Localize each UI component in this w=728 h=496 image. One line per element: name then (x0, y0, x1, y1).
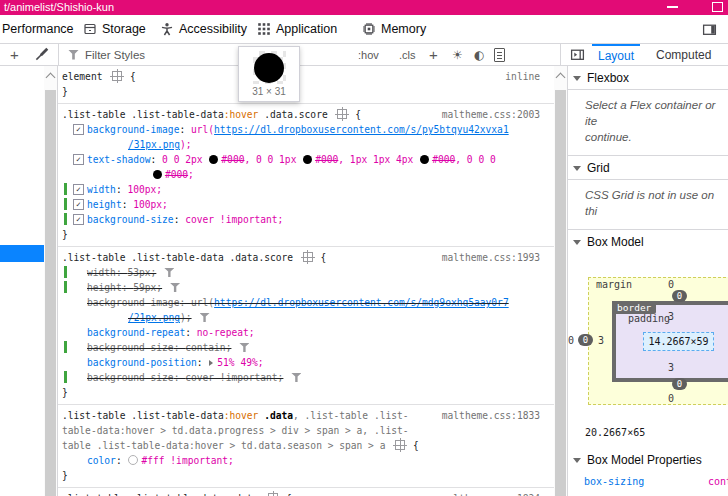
filter-overridden-icon[interactable] (200, 313, 210, 322)
section-box-model[interactable]: Box Model (568, 230, 728, 253)
scroll-up-arrow[interactable] (556, 73, 566, 83)
expand-value-twisty-icon[interactable] (209, 360, 213, 366)
declaration-checkbox[interactable]: ✓ (73, 124, 84, 135)
stylesheet-source-link[interactable]: maltheme.css:1993 (442, 250, 540, 265)
css-declaration[interactable]: background-size: contain; (58, 340, 554, 355)
changed-indicator (64, 371, 67, 383)
css-selector[interactable]: maltheme.css:2003.list-table .list-table… (58, 107, 554, 122)
css-selector[interactable]: table-data:hover > td.data.progress > di… (58, 423, 554, 438)
margin-left-value[interactable]: 0 (567, 335, 577, 346)
css-declaration[interactable]: color: #fff !important; (58, 453, 554, 468)
chevron-down-icon[interactable] (573, 76, 581, 81)
filter-overridden-icon[interactable] (164, 268, 174, 277)
padding-bottom-value[interactable]: 3 (663, 362, 679, 373)
section-grid[interactable]: Grid (568, 156, 728, 180)
tab-accessibility[interactable]: Accessibility (160, 15, 247, 43)
css-selector[interactable]: inlineelement { (58, 69, 554, 84)
selected-node-highlight[interactable] (0, 245, 44, 262)
padding-top-value[interactable]: 3 (663, 311, 679, 322)
declaration-checkbox[interactable]: ✓ (73, 184, 84, 195)
border-left-value[interactable]: 0 (578, 334, 593, 346)
property-name: height (87, 282, 122, 293)
css-declaration[interactable]: #000; (58, 167, 554, 182)
css-declaration[interactable]: ✓height: 100px; (58, 197, 554, 212)
property-value[interactable]: conte (708, 476, 728, 487)
eyedropper-button[interactable] (34, 44, 49, 65)
css-declaration[interactable]: ✓width: 100px; (58, 182, 554, 197)
section-box-model-properties[interactable]: Box Model Properties (568, 448, 728, 471)
css-declaration[interactable]: /31px.png); (58, 137, 554, 152)
black-color-swatch[interactable] (420, 155, 429, 164)
scrollbar-thumb[interactable] (45, 90, 56, 496)
property-name: background-image (87, 297, 179, 308)
css-selector[interactable]: maltheme.css:1833.list-table .list-table… (58, 408, 554, 423)
pane-toggle-icon[interactable] (570, 44, 585, 65)
css-selector[interactable]: maltheme.css:1993.list-table .list-table… (58, 250, 554, 265)
markup-scrollbar[interactable] (44, 66, 57, 496)
chevron-down-icon[interactable] (573, 166, 581, 171)
margin-bottom-value[interactable]: 0 (663, 393, 679, 404)
selector-highlighter-icon[interactable] (337, 109, 347, 119)
selector-highlighter-icon[interactable] (112, 71, 122, 81)
page-title: t/animelist/Shishio-kun (4, 1, 114, 13)
chevron-down-icon[interactable] (573, 458, 581, 463)
selector-highlighter-icon[interactable] (303, 252, 313, 262)
new-rule-button[interactable]: + (429, 44, 438, 65)
black-color-swatch[interactable] (153, 170, 162, 179)
padding-left-value[interactable]: 3 (594, 335, 608, 346)
margin-top-value[interactable]: 0 (663, 279, 679, 290)
stylesheet-source-link[interactable]: maltheme.css:1833 (442, 408, 540, 423)
white-color-swatch[interactable] (128, 455, 138, 465)
declaration-checkbox[interactable]: ✓ (73, 214, 84, 225)
css-declaration[interactable]: background-position: 51% 49%; (58, 355, 554, 370)
scroll-up-arrow[interactable] (46, 73, 56, 83)
css-declaration[interactable]: height: 59px; (58, 280, 554, 295)
css-declaration[interactable]: background-size: cover !important; (58, 370, 554, 385)
tab-computed[interactable]: Computed (650, 44, 717, 65)
border-bottom-value[interactable]: 0 (672, 378, 687, 390)
rules-scrollbar[interactable] (554, 66, 567, 496)
pseudo-class-toggle[interactable]: :hov (358, 44, 379, 65)
section-flexbox[interactable]: Flexbox (568, 66, 728, 90)
css-declaration[interactable]: ✓background-image: url(https://dl.dropbo… (58, 122, 554, 137)
stylesheet-source-link[interactable]: maltheme.css:1824 (442, 491, 540, 496)
minimize-button[interactable] (667, 6, 678, 8)
box-model-content[interactable]: 14.2667×59 (643, 332, 714, 351)
scrollbar-thumb[interactable] (555, 90, 566, 496)
filter-styles-input[interactable]: Filter Styles (85, 44, 145, 65)
dark-mode-simulation-icon[interactable]: ◐ (474, 44, 484, 65)
class-toggle[interactable]: .cls (399, 44, 416, 65)
print-simulation-icon[interactable] (494, 44, 505, 65)
stylesheet-source-link[interactable]: maltheme.css:2003 (442, 107, 540, 122)
property-name: box-sizing (584, 476, 708, 487)
filter-overridden-icon[interactable] (170, 283, 180, 292)
css-declaration[interactable]: background-repeat: no-repeat; (58, 325, 554, 340)
css-selector[interactable]: table .list-table-data:hover > td.data.s… (58, 438, 554, 453)
css-selector[interactable]: maltheme.css:1824.list-table .list-table… (58, 491, 554, 496)
tab-performance[interactable]: Performance (2, 15, 74, 43)
tab-storage[interactable]: Storage (83, 15, 146, 43)
property-row: display table (568, 491, 728, 496)
maximize-button[interactable] (712, 2, 723, 12)
declaration-checkbox[interactable]: ✓ (73, 199, 84, 210)
tab-layout[interactable]: Layout (592, 44, 640, 65)
stylesheet-source-link[interactable]: inline (505, 69, 540, 84)
declaration-checkbox[interactable]: ✓ (73, 154, 84, 165)
css-declaration[interactable]: background-image: url(https://dl.dropbox… (58, 295, 554, 310)
tab-application[interactable]: Application (257, 15, 337, 43)
selector-highlighter-icon[interactable] (395, 440, 405, 450)
css-declaration[interactable]: width: 53px; (58, 265, 554, 280)
add-element-button[interactable]: + (10, 44, 19, 65)
border-top-value[interactable]: 0 (672, 290, 687, 302)
css-declaration[interactable]: /21px.png); (58, 310, 554, 325)
black-color-swatch[interactable] (209, 155, 218, 164)
css-declaration[interactable]: ✓text-shadow: 0 0 2px #000, 0 0 1px #000… (58, 152, 554, 167)
css-declaration[interactable]: ✓background-size: cover !important; (58, 212, 554, 227)
dock-options-button[interactable] (702, 22, 717, 41)
filter-overridden-icon[interactable] (239, 343, 249, 352)
black-color-swatch[interactable] (303, 155, 312, 164)
chevron-down-icon[interactable] (573, 240, 581, 245)
filter-overridden-icon[interactable] (291, 373, 301, 382)
light-mode-simulation-icon[interactable]: ☀ (452, 44, 463, 65)
tab-memory[interactable]: Memory (362, 15, 426, 43)
